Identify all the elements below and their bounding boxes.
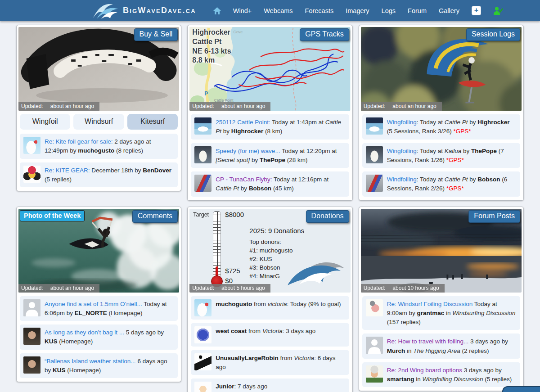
item-link[interactable]: Wingfoiling [387, 119, 417, 126]
donations-list: muchogusto from victoria: Today (9% to g… [189, 293, 350, 392]
session-logs-photo[interactable]: Session Logs Updated: about an hour ago [361, 27, 522, 111]
nav-item-forecasts[interactable]: Forecasts [305, 7, 334, 14]
item-link[interactable]: Re: How to travel with foiling... [387, 338, 469, 345]
top-donors-label: Top donors: [249, 238, 304, 246]
item-link[interactable]: “Ballenas Island weather station... [45, 358, 136, 365]
item-segment: : Today at [417, 119, 445, 126]
item-link[interactable]: Re: 2nd Wing board options [387, 367, 462, 374]
thermometer-zero-amount: $0 [225, 277, 233, 284]
avatar-highrocker [194, 117, 212, 135]
item-segment: by [461, 148, 471, 154]
brand-link[interactable]: BigWaveDave.ca [92, 2, 196, 20]
item-segment: Junior [216, 383, 234, 390]
list-item: west coast from Victoria: 3 days ago [191, 323, 349, 347]
updated-time: about an hour ago [50, 103, 94, 109]
wave-logo-icon [286, 257, 349, 287]
item-segment: (5 replies) [483, 376, 512, 383]
buy-sell-list: Re: Kite foil gear for sale: 2 days ago … [18, 130, 179, 189]
list-item: Speedy (for me) wave... Today at 12:20pm… [191, 143, 349, 168]
item-segment: by [221, 128, 231, 135]
nav-item-wind[interactable]: Wind+ [233, 7, 252, 14]
item-link[interactable]: Windfoiling [387, 176, 417, 183]
item-segment: ThePope [471, 148, 497, 154]
item-link[interactable]: Speedy (for me) wave... [216, 148, 280, 154]
updated-bar: Updated: about an hour ago [18, 284, 99, 293]
avatar-muchogusto [194, 299, 212, 316]
item-text: CP - TunaCan Flyby: Today at 12:16pm at … [216, 175, 345, 194]
item-segment: The Rigging Area [413, 347, 460, 354]
list-item: Re: 2nd Wing board options 3 days ago by… [362, 362, 520, 387]
item-segment: (157 replies) [387, 319, 421, 325]
avatar-thepope [366, 146, 383, 163]
tab-wingfoil[interactable]: Wingfoil [20, 114, 70, 130]
add-post-icon[interactable]: + [472, 6, 481, 15]
item-segment: Kailua [445, 148, 462, 154]
photo-of-week[interactable]: Photo of the Week Comments Updated: abou… [18, 209, 179, 293]
donations-year-count: 2025: 9 Donations [249, 226, 304, 235]
item-link[interactable]: Re: Windsurf Foiling Discussion [387, 301, 473, 307]
nav-item-forum[interactable]: Forum [408, 7, 427, 14]
buy-sell-tabs: WingfoilWindsurfKitesurf [18, 111, 179, 130]
item-segment: west coast [216, 328, 247, 334]
item-segment: Cattle Pt [445, 119, 468, 126]
updated-label: Updated: [364, 285, 386, 291]
item-link[interactable]: As long as they don’t bag it ... [45, 329, 124, 336]
item-text: Re: 2nd Wing board options 3 days ago by… [387, 365, 517, 384]
card-badge: Session Logs [466, 28, 520, 41]
list-item: Re: KITE GEAR: December 18th by BenDover… [20, 162, 178, 188]
item-segment: in [414, 376, 422, 383]
item-link[interactable]: Wingfoiling [387, 148, 417, 154]
item-segment: *GPS* [446, 185, 464, 192]
item-segment: 3 days ago by [468, 338, 508, 345]
list-item: Re: Windsurf Foiling Discussion Today at… [362, 296, 520, 330]
user-account-icon[interactable] [493, 7, 503, 15]
item-link[interactable]: 250112 Cattle Point: [216, 119, 270, 126]
nav-item-gallery[interactable]: Gallery [439, 7, 459, 14]
chat-widget-tab[interactable] [502, 386, 540, 392]
item-link[interactable]: Re: KITE GEAR: [45, 167, 90, 174]
avatar-bendover [23, 166, 40, 183]
item-segment: [Secret spot] [216, 157, 250, 163]
tab-kitesurf[interactable]: Kitesurf [127, 114, 178, 130]
avatar-smartang [366, 365, 383, 383]
item-link[interactable]: Re: Kite foil gear for sale: [45, 138, 113, 145]
nav-item-webcams[interactable]: Webcams [264, 7, 292, 14]
item-text: Re: KITE GEAR: December 18th by BenDover… [45, 166, 174, 185]
item-text: 250112 Cattle Point: Today at 1:43pm at … [216, 117, 345, 136]
nav-item-imagery[interactable]: Imagery [346, 7, 369, 14]
tab-windsurf[interactable]: Windsurf [73, 114, 124, 130]
item-segment: (5 replies) [45, 176, 72, 183]
item-segment: Highrocker [231, 128, 263, 135]
item-segment: Today at 1:43pm at [270, 119, 325, 126]
item-segment: Victoria [294, 355, 314, 361]
avatar-generic [23, 299, 40, 316]
card-badge: GPS Tracks [300, 28, 349, 41]
thermometer-target-label: Target [193, 212, 209, 218]
forum-posts-photo[interactable]: Forum Posts Updated: about 10 hours ago [361, 209, 522, 293]
item-link[interactable]: Anyone find a set of 1.5mm O’niell... [45, 301, 142, 307]
item-link[interactable]: CP - TunaCan Flyby: [216, 176, 272, 183]
gps-overlay-spot: Cattle Pt [192, 37, 231, 47]
item-segment: from [252, 301, 268, 307]
card-buy-sell: Buy & Sell Updated: about an hour ago Wi… [16, 25, 181, 191]
gps-list: 250112 Cattle Point: Today at 1:43pm at … [189, 111, 350, 198]
nav-item-logs[interactable]: Logs [382, 7, 396, 14]
item-text: Wingfoiling: Today at Cattle Pt by Highr… [387, 117, 517, 136]
list-item: Re: Kite foil gear for sale: 2 days ago … [20, 134, 178, 159]
item-segment: *GPS* [446, 157, 464, 163]
card-gps-tracks: Cove P Cattle Point Highrocker Cattle Pt [187, 25, 352, 201]
gps-map[interactable]: Cove P Cattle Point Highrocker Cattle Pt [189, 27, 350, 111]
item-text: “Ballenas Island weather station... 6 da… [45, 356, 174, 375]
item-segment: Highrocker [477, 119, 509, 126]
list-item: muchogusto from victoria: Today (9% to g… [191, 296, 349, 320]
item-segment: Bobson [249, 185, 271, 192]
list-item: 250112 Cattle Point: Today at 1:43pm at … [191, 114, 349, 140]
home-icon[interactable] [213, 7, 221, 14]
updated-time: about an hour ago [50, 285, 94, 291]
item-segment: Wingfoiling Discussion [422, 376, 483, 383]
list-item: CP - TunaCan Flyby: Today at 12:16pm at … [191, 171, 349, 197]
buy-sell-photo[interactable]: Buy & Sell Updated: about an hour ago [18, 27, 179, 111]
item-segment: by [468, 119, 478, 126]
avatar-kus [23, 356, 40, 374]
item-segment: : 7 days ago [234, 383, 268, 390]
